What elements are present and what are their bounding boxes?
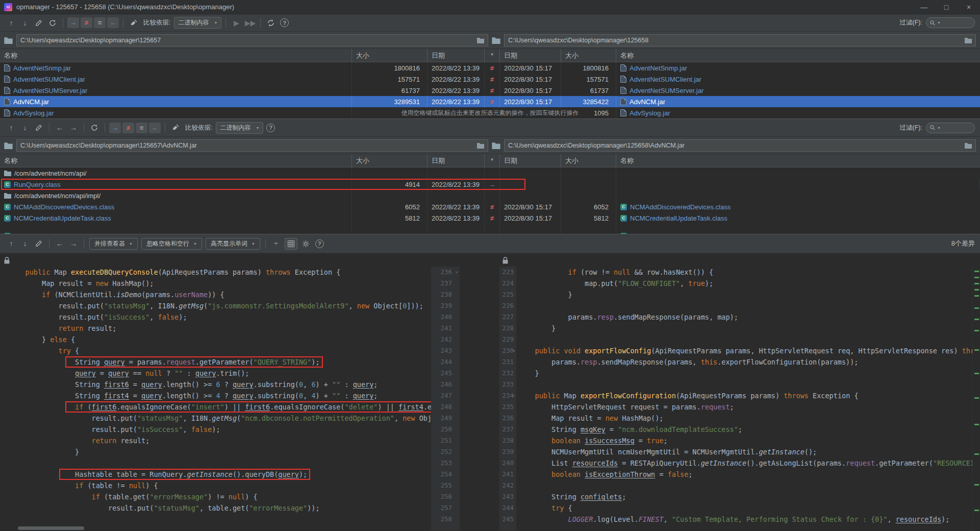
table-row[interactable]: CNCMCredentialUpdateTask.class58122022/8… [0,212,980,224]
browse-folder-icon[interactable] [477,142,484,149]
code-line[interactable]: Map result = new HashMap(); [516,413,980,424]
code-line[interactable]: public void exportFlowConfig(ApiRequestP… [516,345,980,356]
code-line[interactable]: List resourceIds = RESTApiQueryUtil.getI… [516,457,980,469]
code-line[interactable]: result.put("isSuccess", false); [0,311,431,323]
code-line[interactable]: try { [516,502,980,514]
code-line[interactable]: } [516,368,980,379]
column-header[interactable]: 日期 [500,49,561,62]
table-row[interactable]: AdventNetSnmp.jar18008162022/8/22 13:39≠… [0,62,980,74]
forward-button[interactable]: → [67,122,80,134]
code-line[interactable]: boolean isExceptionThrown = false; [516,469,980,480]
code-line[interactable]: result.put("statusMsg", I18N.getMsg("ncm… [0,413,431,424]
folder-row[interactable]: /com/adventnet/ncm/api/ [0,167,980,179]
code-line[interactable]: boolean isSuccessMsg = true; [516,435,980,446]
code-line[interactable]: LOGGER.log(Level.FINEST, "Custom Templat… [516,514,980,525]
code-line[interactable]: if (table != null) { [0,480,431,491]
column-header[interactable]: 日期 [428,49,485,62]
code-line[interactable]: NCMUserMgmtUtil ncmUserMgmtUtil = NCMUse… [516,446,980,457]
code-line[interactable] [0,457,431,469]
code-line[interactable]: result.put("isSuccess", false); [0,424,431,435]
code-line[interactable]: params.resp.sendMapResponse(params, this… [516,356,980,368]
code-line[interactable]: String msgKey = "ncm.downloadTemplateSuc… [516,424,980,435]
table-row[interactable]: AdventNetSUMServer.jar617372022/8/22 13:… [0,85,980,96]
code-line[interactable]: result.put("statusMsg", I18N.getMsg("js.… [0,300,431,311]
filter-broom-icon[interactable] [169,122,182,134]
column-header[interactable]: 大小 [561,49,616,62]
code-line[interactable]: public Map executeDBQueryConsole(ApiRequ… [0,267,431,278]
code-line[interactable]: String first6 = query.length() >= 6 ? qu… [0,379,431,390]
browse-folder-icon[interactable] [965,37,972,43]
code-line[interactable]: } [516,289,980,300]
folder-icon[interactable] [492,142,500,149]
show-new-left-toggle[interactable]: → [67,17,79,28]
code-line[interactable]: Map result = new HashMap(); [0,278,431,289]
code-line[interactable] [516,300,980,311]
column-header[interactable]: 名称 [616,49,980,62]
filter-broom-icon[interactable] [128,17,140,29]
show-equal-toggle[interactable]: = [94,17,106,28]
code-line[interactable]: if (row != null && row.hasNext()) { [516,267,980,278]
forward-button[interactable]: → [67,237,80,250]
fold-icon[interactable]: › [451,271,463,274]
code-line[interactable] [0,514,431,525]
highlight-mode-select[interactable]: 高亮显示单词 ▼ [206,238,260,250]
filter-input[interactable]: ▼ [926,123,975,133]
folder-icon[interactable] [4,37,13,44]
browse-folder-icon[interactable] [477,37,484,43]
sync-scroll-toggle[interactable] [285,238,297,250]
code-line[interactable]: map.put("FLOW_CONFIGET", true); [516,278,980,289]
column-header[interactable]: 名称 [0,49,352,62]
refresh-icon[interactable] [46,17,59,29]
filter-input[interactable]: ▼ [926,17,975,28]
show-new-left-toggle[interactable]: → [109,123,121,133]
apply-all-button[interactable]: ▶▶ [244,17,256,29]
next-difference-button[interactable]: ↓ [19,237,31,250]
minimize-button[interactable]: — [913,0,935,14]
code-line[interactable]: } else { [0,334,431,345]
next-difference-button[interactable]: ↓ [19,17,31,29]
previous-difference-button[interactable]: ↑ [5,237,17,250]
close-button[interactable]: × [958,0,980,14]
code-line[interactable]: if (table.get("errorMessage") != null) { [0,491,431,502]
refresh-icon[interactable] [88,122,100,134]
column-header[interactable]: 日期 [428,154,485,167]
code-line[interactable]: Hashtable table = RunQuery.getInstance()… [0,469,431,480]
code-line[interactable]: String query = params.request.getParamet… [0,356,431,368]
show-new-right-toggle[interactable]: ← [107,17,119,28]
gear-icon[interactable] [300,237,312,250]
code-line[interactable]: public Map exportFlowConfiguration(ApiRe… [516,390,980,401]
compare-mode-select[interactable]: 二进制内容 ▼ [216,122,263,134]
help-icon[interactable]: ? [315,239,324,248]
show-different-toggle[interactable]: ≠ [122,123,134,133]
folder-row[interactable]: /com/adventnet/ncm/api/impl/ [0,190,980,201]
column-header[interactable]: 大小 [352,49,428,62]
back-button[interactable]: ← [54,237,66,250]
edit-icon[interactable] [33,122,45,134]
code-line[interactable]: return result; [0,323,431,334]
table-row[interactable]: AdventNetSUMClient.jar1575712022/8/22 13… [0,74,980,85]
left-path-field[interactable]: C:\Users\qweasdzxc\Desktop\opmanager\125… [16,34,488,46]
show-equal-toggle[interactable]: = [136,123,147,133]
horizontal-scrollbar-thumb[interactable] [18,526,84,530]
code-line[interactable]: return result; [0,435,431,446]
right-archive-path-field[interactable]: C:\Users\qweasdzxc\Desktop\opmanager\125… [504,139,976,152]
code-line[interactable]: params.resp.sendMapResponse(params, map)… [516,311,980,323]
previous-difference-button[interactable]: ↑ [5,17,17,29]
table-row[interactable]: CRunQuery.class49142022/8/22 13:39→ [0,179,980,190]
code-line[interactable] [516,480,980,491]
code-line[interactable]: String configlets; [516,491,980,502]
column-header[interactable]: 大小 [561,154,616,167]
code-line[interactable]: } [516,323,980,334]
code-line[interactable]: result.put("statusMsg", table.get("error… [0,502,431,514]
folder-icon[interactable] [492,37,500,44]
column-header[interactable]: 大小 [352,154,428,167]
code-line[interactable]: query = query == null ? "" : query.trim(… [0,368,431,379]
folder-icon[interactable] [4,142,13,149]
browse-folder-icon[interactable] [965,142,972,149]
show-different-toggle[interactable]: ≠ [81,17,92,28]
back-button[interactable]: ← [54,122,66,134]
code-line[interactable]: String first4 = query.length() >= 4 ? qu… [0,390,431,401]
column-header[interactable]: * [485,154,500,167]
help-icon[interactable]: ? [266,124,275,132]
help-icon[interactable]: ? [280,18,289,27]
